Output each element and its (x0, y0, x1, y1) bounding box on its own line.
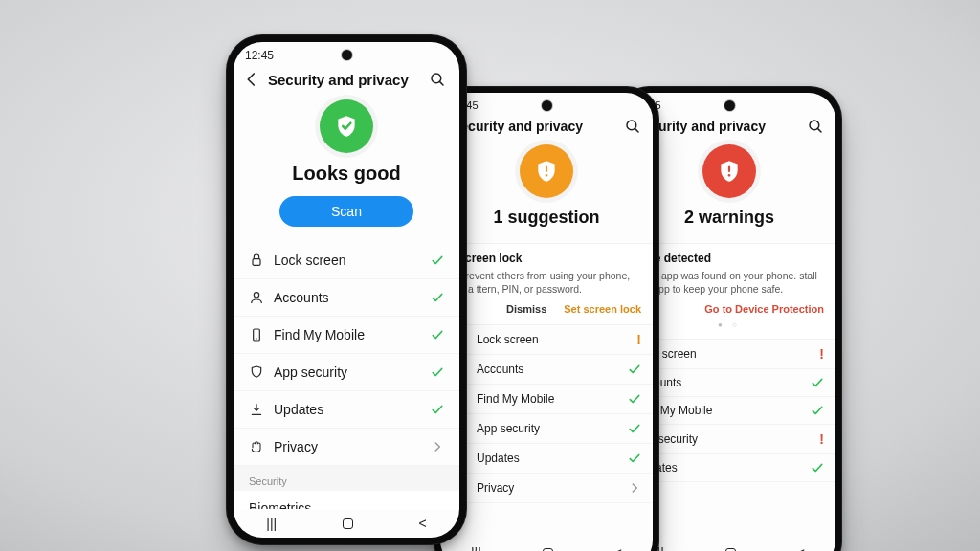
search-icon[interactable] (429, 71, 446, 88)
row-updates[interactable]: Updates (440, 444, 653, 474)
back-icon[interactable] (243, 71, 260, 88)
scan-button[interactable]: Scan (279, 196, 413, 227)
phone-suggestion: 12:45 Security and privacy 1 suggestion … (434, 86, 659, 551)
shield-warning-icon (702, 144, 756, 198)
nav-back[interactable]: < (614, 545, 622, 551)
go-to-device-protection-link[interactable]: Go to Device Protection (704, 303, 824, 315)
status-check-icon (431, 403, 444, 416)
row-biometrics[interactable]: Biometrics (234, 491, 459, 509)
row-updates[interactable]: Updates (234, 391, 459, 429)
suggestion-card: t screen lock p prevent others from usin… (440, 243, 653, 325)
nav-recents[interactable]: ||| (266, 516, 277, 531)
section-label-security: Security (234, 466, 459, 491)
download-icon (249, 402, 264, 417)
svg-point-7 (546, 174, 548, 177)
shield-alert-icon (520, 144, 573, 198)
suggestion-card-description: p prevent others from using your phone, … (452, 269, 641, 296)
nav-home[interactable] (725, 548, 736, 552)
lock-icon (249, 253, 264, 268)
row-label: App security (477, 422, 618, 435)
dismiss-button[interactable]: Dismiss (506, 303, 546, 315)
phone-looks-good: 12:45 Security and privacy Looks good Sc… (226, 34, 467, 545)
security-list: Lock screen Accounts Find My Mobile App … (234, 242, 459, 509)
row-find-my-mobile[interactable]: Find My Mobile (440, 385, 653, 414)
status-check-icon (431, 291, 444, 304)
row-label: Privacy (274, 439, 421, 454)
status-headline: 2 warnings (684, 208, 774, 228)
search-icon[interactable] (807, 118, 824, 135)
status-warning-icon: ! (819, 431, 824, 447)
row-label: Lock screen (274, 253, 421, 268)
page-title: Security and privacy (268, 72, 421, 88)
android-navbar: ||| < (440, 539, 653, 551)
row-lock-screen[interactable]: Lock screen (234, 242, 459, 279)
search-icon[interactable] (624, 118, 641, 135)
row-label: Find My Mobile (635, 404, 801, 417)
statusbar-time: 12:45 (245, 49, 274, 62)
status-check-icon (811, 404, 824, 417)
svg-rect-13 (253, 259, 260, 266)
chevron-right-icon (431, 440, 444, 453)
status-check-icon (811, 376, 824, 389)
security-list: Lock screen ! Accounts Find My Mobile Ap… (440, 325, 653, 539)
shield-small-icon (249, 364, 264, 380)
status-alert-icon: ! (636, 332, 641, 347)
svg-line-1 (817, 128, 821, 132)
row-accounts[interactable]: Accounts (440, 355, 653, 385)
page-title: Security and privacy (452, 119, 616, 134)
shield-check-icon (320, 99, 373, 153)
camera-punch-hole (342, 50, 352, 60)
nav-home[interactable] (343, 518, 353, 529)
pager-dots: ● ○ (635, 320, 824, 329)
phone-locate-icon (249, 327, 264, 342)
row-label: Find My Mobile (274, 327, 421, 342)
row-label: Accounts (274, 290, 421, 305)
svg-point-16 (256, 338, 256, 339)
row-find-my-mobile[interactable]: Find My Mobile (234, 317, 459, 354)
chevron-right-icon (628, 481, 641, 495)
row-privacy[interactable]: Privacy (440, 474, 653, 503)
camera-punch-hole (724, 100, 735, 111)
camera-punch-hole (542, 100, 552, 111)
hand-privacy-icon (249, 439, 264, 454)
status-check-icon (431, 253, 444, 267)
status-check-icon (628, 363, 641, 376)
row-label: Accounts (635, 376, 801, 389)
app-header: Security and privacy (440, 118, 653, 141)
row-app-security[interactable]: App security (440, 414, 653, 444)
status-check-icon (628, 452, 641, 465)
row-label: Updates (477, 452, 618, 465)
row-privacy[interactable]: Privacy (234, 429, 459, 466)
status-headline: 1 suggestion (493, 208, 599, 228)
row-accounts[interactable]: Accounts (234, 279, 459, 317)
svg-line-5 (635, 128, 638, 132)
svg-rect-2 (728, 166, 730, 173)
svg-point-3 (728, 174, 731, 177)
nav-back[interactable]: < (418, 516, 426, 531)
status-hero: Looks good Scan (234, 96, 459, 236)
warning-card-description: lware app was found on your phone. stall… (635, 269, 824, 296)
app-header: Security and privacy (234, 69, 459, 96)
set-screen-lock-link[interactable]: Set screen lock (564, 303, 641, 315)
status-hero: 1 suggestion (440, 141, 653, 237)
warning-card-title: ware detected (635, 252, 824, 265)
status-check-icon (431, 328, 444, 342)
person-icon (249, 290, 264, 305)
suggestion-card-title: t screen lock (452, 252, 641, 265)
status-warning-icon: ! (819, 346, 824, 362)
svg-point-14 (254, 293, 258, 298)
row-label: App security (274, 364, 421, 380)
nav-recents[interactable]: ||| (471, 545, 481, 551)
row-label: Updates (274, 402, 421, 417)
nav-back[interactable]: < (797, 545, 805, 551)
android-navbar: ||| < (234, 509, 459, 538)
nav-home[interactable] (543, 548, 553, 552)
row-lock-screen[interactable]: Lock screen ! (440, 325, 653, 355)
row-label: App security (635, 432, 810, 446)
row-label: Updates (635, 461, 801, 474)
svg-rect-6 (546, 166, 547, 173)
status-check-icon (811, 461, 824, 474)
row-label: Accounts (477, 363, 618, 376)
row-app-security[interactable]: App security (234, 354, 459, 391)
status-check-icon (431, 365, 444, 379)
